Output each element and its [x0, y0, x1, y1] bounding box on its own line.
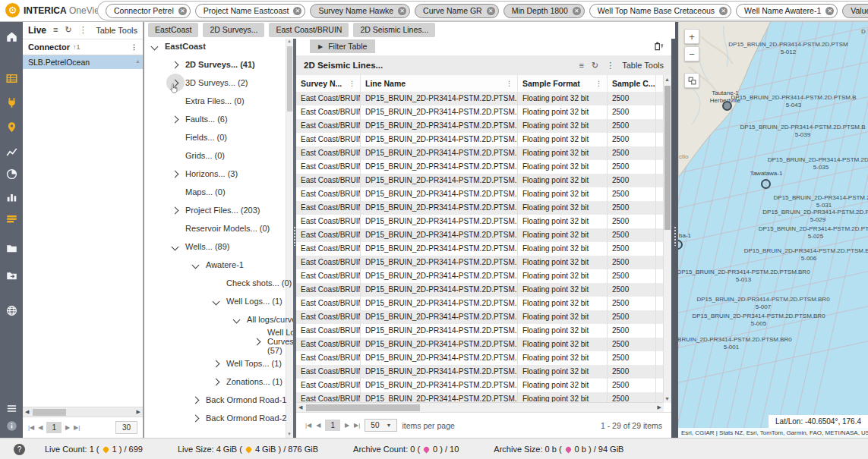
- table-row[interactable]: East Coast/BRUINDP15_BRUIN_2D-PR3414-PST…: [296, 133, 664, 146]
- connectors-icon[interactable]: [6, 97, 17, 108]
- table-row[interactable]: East Coast/BRUINDP15_BRUIN_2D-PR3414-PST…: [296, 187, 664, 201]
- prev-page-button[interactable]: ◀: [316, 422, 320, 429]
- current-page[interactable]: 1: [46, 422, 62, 433]
- chevron-right-icon[interactable]: [192, 414, 200, 422]
- table-horizontal-scrollbar[interactable]: ◀ ▶: [296, 402, 664, 413]
- well-marker[interactable]: [761, 179, 771, 189]
- scroll-down-icon[interactable]: ▼: [287, 432, 292, 436]
- refresh-icon[interactable]: ↻: [65, 26, 71, 34]
- pie-chart-icon[interactable]: [6, 168, 17, 180]
- table-row[interactable]: East Coast/BRUINDP15_BRUIN_2D-PR3414-PST…: [296, 105, 664, 119]
- filter-chip[interactable]: Well Top Name Base Cretaceous✕: [589, 4, 731, 18]
- panel-splitter[interactable]: [671, 21, 678, 438]
- chip-close-icon[interactable]: ✕: [178, 7, 187, 15]
- tree-item[interactable]: Project Files... (203): [144, 201, 293, 219]
- live-table-tools-button[interactable]: Table Tools: [96, 26, 137, 35]
- table-row[interactable]: East Coast/BRUINDP15_BRUIN_2D-PR3414-PST…: [296, 92, 664, 105]
- live-horizontal-scrollbar[interactable]: ◀ ▶: [23, 407, 143, 417]
- panel-splitter[interactable]: [143, 21, 144, 438]
- table-row[interactable]: East Coast/BRUINDP15_BRUIN_2D-PR3414-PST…: [296, 297, 664, 310]
- filter-chip[interactable]: Connector Petrel✕: [106, 4, 191, 18]
- filter-chip[interactable]: Survey Name Hawke✕: [310, 4, 410, 18]
- zoom-in-button[interactable]: +: [684, 29, 699, 44]
- table-row[interactable]: East Coast/BRUINDP15_BRUIN_2D-PR3414-PST…: [296, 256, 664, 269]
- kebab-menu-icon[interactable]: ⋮: [606, 61, 614, 70]
- scroll-down-icon[interactable]: ▼: [664, 396, 670, 401]
- table-row[interactable]: East Coast/BRUINDP15_BRUIN_2D-PR3414-PST…: [296, 269, 664, 283]
- chevron-right-icon[interactable]: [213, 360, 220, 367]
- table-row[interactable]: East Coast/BRUINDP15_BRUIN_2D-PR3414-PST…: [296, 351, 664, 365]
- table-row[interactable]: East Coast/BRUINDP15_BRUIN_2D-PR3414-PST…: [296, 283, 664, 297]
- column-header-2[interactable]: Line Name⋮: [361, 75, 518, 92]
- tree-item[interactable]: Check shots... (0): [144, 274, 293, 292]
- kebab-menu-icon[interactable]: ⋮: [79, 26, 87, 34]
- page-size-box[interactable]: 30: [115, 421, 137, 434]
- breadcrumb-tab-4[interactable]: 2D Seismic Lines...: [353, 23, 435, 37]
- chevron-right-icon[interactable]: [172, 206, 179, 214]
- last-page-button[interactable]: ▶|: [74, 424, 80, 431]
- splitter-grip[interactable]: [674, 226, 677, 246]
- tree-item[interactable]: Faults... (6): [144, 110, 293, 128]
- filter-lines-icon[interactable]: ≡: [53, 26, 58, 34]
- chip-close-icon[interactable]: ✕: [487, 7, 495, 15]
- scrollbar-thumb[interactable]: [306, 404, 420, 411]
- chevron-right-icon[interactable]: [254, 338, 261, 345]
- tree-item[interactable]: Well Log Curves...(57): [144, 329, 293, 354]
- connector-column-header[interactable]: Connector ↑1 ⋮: [23, 39, 143, 55]
- list-rows-icon[interactable]: [6, 213, 17, 225]
- folder-export-icon[interactable]: [6, 270, 17, 281]
- filter-chip[interactable]: Value Western Challenger✕: [842, 4, 868, 18]
- scroll-right-icon[interactable]: ▶: [137, 409, 140, 415]
- page-size-dropdown[interactable]: 50 ▼: [365, 419, 397, 432]
- column-header-3[interactable]: Sample Format⋮: [518, 75, 608, 92]
- first-page-button[interactable]: |◀: [305, 422, 311, 429]
- map-panel[interactable]: + − Lat/Lon: -40.6504°, 176.4 Esri, CGIA…: [678, 21, 868, 438]
- column-kebab-icon[interactable]: ⋮: [349, 80, 355, 87]
- column-kebab-icon[interactable]: ⋮: [131, 44, 137, 51]
- filter-lines-icon[interactable]: ≡: [579, 61, 584, 70]
- tree-item[interactable]: All logs/curves: [144, 310, 293, 329]
- scroll-right-icon[interactable]: ▶: [658, 404, 661, 410]
- first-page-button[interactable]: |◀: [28, 424, 34, 431]
- table-row[interactable]: East Coast/BRUINDP15_BRUIN_2D-PR3414-PST…: [296, 119, 664, 133]
- next-page-button[interactable]: ▶: [345, 422, 349, 429]
- chevron-right-icon[interactable]: [172, 170, 179, 178]
- data-tables-icon[interactable]: [6, 73, 17, 84]
- table-row[interactable]: East Coast/BRUINDP15_BRUIN_2D-PR3414-PST…: [296, 174, 664, 187]
- prev-page-button[interactable]: ◀: [38, 424, 43, 431]
- filter-chip[interactable]: Min Depth 1800✕: [503, 4, 585, 18]
- column-kebab-icon[interactable]: ⋮: [506, 80, 513, 87]
- chevron-down-icon[interactable]: [233, 316, 241, 323]
- refresh-icon[interactable]: ↻: [592, 61, 598, 70]
- chip-close-icon[interactable]: ✕: [293, 7, 301, 15]
- chevron-down-icon[interactable]: [192, 261, 200, 269]
- chip-close-icon[interactable]: ✕: [719, 7, 728, 15]
- globe-icon[interactable]: [6, 305, 17, 316]
- tree-item[interactable]: Back Ormond Road-2: [144, 409, 293, 427]
- table-row[interactable]: East Coast/BRUINDP15_BRUIN_2D-PR3414-PST…: [296, 392, 664, 403]
- table-row[interactable]: East Coast/BRUINDP15_BRUIN_2D-PR3414-PST…: [296, 338, 664, 351]
- tree-item[interactable]: Awatere-1: [144, 256, 293, 274]
- tree-item[interactable]: Fields... (0): [144, 128, 293, 146]
- breadcrumb-tab-3[interactable]: East Coast/BRUIN: [269, 23, 349, 37]
- tree-item[interactable]: Grids... (0): [144, 146, 293, 165]
- tree-item[interactable]: Wells... (89): [144, 237, 293, 256]
- menu-icon[interactable]: [6, 403, 17, 414]
- chevron-right-icon[interactable]: [172, 115, 179, 123]
- tree-item[interactable]: Horizons... (3): [144, 165, 293, 183]
- info-icon[interactable]: [6, 420, 17, 432]
- table-row[interactable]: East Coast/BRUINDP15_BRUIN_2D-PR3414-PST…: [296, 160, 664, 174]
- filter-table-button[interactable]: ▶ Filter Table: [310, 39, 375, 53]
- zoom-out-button[interactable]: −: [684, 46, 699, 61]
- breadcrumb-tab-1[interactable]: EastCoast: [148, 23, 198, 37]
- chevron-down-icon[interactable]: [151, 42, 159, 50]
- table-tools-button[interactable]: Table Tools: [622, 61, 664, 70]
- next-page-button[interactable]: ▶: [65, 424, 70, 431]
- chevron-down-icon[interactable]: [213, 297, 220, 305]
- scrollbar-thumb[interactable]: [664, 86, 671, 230]
- table-row[interactable]: East Coast/BRUINDP15_BRUIN_2D-PR3414-PST…: [296, 228, 664, 242]
- tree-item[interactable]: Well Logs... (1): [144, 292, 293, 310]
- tree-item[interactable]: Well Tops... (1): [144, 354, 293, 373]
- tree-item[interactable]: 2D Surveys... (41): [144, 55, 293, 74]
- chevron-right-icon[interactable]: [172, 61, 179, 68]
